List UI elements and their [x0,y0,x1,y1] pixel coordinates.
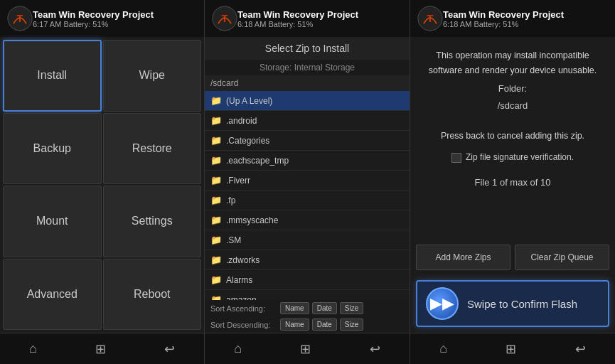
folder-icon: 📁 [210,255,222,265]
folder-icon: 📁 [210,175,222,186]
sort-desc-name[interactable]: Name [280,318,309,331]
list-item[interactable]: 📁 .Categories [205,131,410,151]
left-header-info: Team Win Recovery Project 6:17 AM Batter… [33,9,154,28]
swipe-label: Swipe to Confirm Flash [467,298,577,310]
swipe-arrow-icon: ▶▶ [430,294,454,313]
list-item[interactable]: 📁 .fp [205,191,410,210]
select-zip-title: Select Zip to Install [205,37,410,60]
restore-button[interactable]: Restore [103,113,202,185]
middle-app-title: Team Win Recovery Project [237,9,358,20]
middle-header-info: Team Win Recovery Project 6:18 AM Batter… [237,9,358,28]
swipe-confirm-button[interactable]: ▶▶ Swipe to Confirm Flash [416,280,609,327]
left-header: T Team Win Recovery Project 6:17 AM Batt… [0,0,204,37]
back-icon-mid[interactable]: ↩ [364,336,386,363]
sort-asc-name[interactable]: Name [280,302,309,314]
right-bottom-nav: ⌂ ⊞ ↩ [410,333,615,364]
folder-icon: 📁 [210,115,222,126]
folder-icon: 📁 [210,155,222,166]
cancel-hint: Press back to cancel adding this zip. [441,129,584,144]
left-app-title: Team Win Recovery Project [33,9,154,20]
list-item[interactable]: 📁 (Up A Level) [205,91,410,111]
folder-icon: 📁 [210,95,222,106]
left-panel: T Team Win Recovery Project 6:17 AM Batt… [0,0,205,364]
main-grid: Install Wipe Backup Restore Mount Settin… [0,37,204,333]
advanced-button[interactable]: Advanced [3,259,102,331]
path-bar: /sdcard [205,75,410,91]
sort-desc-date[interactable]: Date [312,318,337,331]
right-panel: T Team Win Recovery Project 6:18 AM Batt… [410,0,615,364]
folder-icon: 📁 [210,235,222,245]
middle-header: T Team Win Recovery Project 6:18 AM Batt… [205,0,410,37]
info-section: This operation may install incompatible … [410,37,615,240]
left-status: 6:17 AM Battery: 51% [33,20,154,28]
install-button[interactable]: Install [3,40,102,112]
file-list-wrapper: 📁 (Up A Level) 📁 .android 📁 .Categories … [205,91,410,300]
list-item[interactable]: 📁 amazon [205,290,410,300]
folder-icon: 📁 [210,274,222,285]
file-list[interactable]: 📁 (Up A Level) 📁 .android 📁 .Categories … [205,91,410,300]
backup-button[interactable]: Backup [3,113,102,185]
folder-label: Folder: [498,82,527,97]
left-bottom-nav: ⌂ ⊞ ↩ [0,333,204,364]
sort-desc-size[interactable]: Size [340,318,363,331]
folder-icon: 📁 [210,135,222,146]
sort-asc-date[interactable]: Date [312,302,337,314]
folder-icon: 📁 [210,195,222,205]
add-more-zips-button[interactable]: Add More Zips [416,245,510,270]
right-header: T Team Win Recovery Project 6:18 AM Batt… [410,0,615,37]
file-count: File 1 of max of 10 [475,176,551,191]
list-item[interactable]: 📁 Alarms [205,270,410,290]
sort-asc-size[interactable]: Size [340,302,363,314]
twrp-logo-left: T [7,6,33,31]
right-app-title: Team Win Recovery Project [443,9,564,20]
right-header-info: Team Win Recovery Project 6:18 AM Batter… [443,9,564,28]
mount-button[interactable]: Mount [3,186,102,257]
reboot-button[interactable]: Reboot [103,259,202,331]
folder-path: /sdcard [498,99,528,114]
settings-button[interactable]: Settings [103,186,202,257]
info-line1: This operation may install incompatible [436,48,589,63]
home-icon-mid[interactable]: ⌂ [228,336,247,362]
sort-descending-label: Sort Descending: [210,321,274,329]
home-icon-right[interactable]: ⌂ [434,336,453,362]
menu-icon-mid[interactable]: ⊞ [294,336,316,363]
storage-bar: Storage: Internal Storage [205,60,410,75]
right-status: 6:18 AM Battery: 51% [443,20,564,28]
signature-checkbox-row: Zip file signature verification. [451,151,574,164]
action-buttons-row: Add More Zips Clear Zip Queue [410,240,615,274]
back-icon[interactable]: ↩ [159,336,181,363]
info-line2: software and render your device unusable… [429,63,597,78]
back-icon-right[interactable]: ↩ [569,336,592,363]
list-item[interactable]: 📁 .eachscape_tmp [205,151,410,171]
sort-ascending-label: Sort Ascending: [210,304,274,313]
folder-icon: 📁 [210,294,222,300]
folder-icon: 📁 [210,215,222,225]
middle-bottom-nav: ⌂ ⊞ ↩ [205,333,410,364]
twrp-logo-right: T [417,6,443,31]
signature-label: Zip file signature verification. [466,151,574,164]
twrp-logo-middle: T [212,6,237,31]
list-item[interactable]: 📁 .Fiverr [205,171,410,191]
home-icon[interactable]: ⌂ [23,336,43,362]
list-item[interactable]: 📁 .zdworks [205,250,410,270]
middle-status: 6:18 AM Battery: 51% [237,20,358,28]
list-item[interactable]: 📁 .SM [205,230,410,250]
menu-icon-right[interactable]: ⊞ [500,336,522,363]
wipe-button[interactable]: Wipe [103,40,202,112]
list-item[interactable]: 📁 .mmsyscache [205,210,410,230]
swipe-circle-icon: ▶▶ [426,287,459,320]
sort-descending-row: Sort Descending: Name Date Size [205,316,410,333]
menu-icon[interactable]: ⊞ [90,336,112,363]
swipe-row: ▶▶ Swipe to Confirm Flash [410,274,615,333]
middle-panel: T Team Win Recovery Project 6:18 AM Batt… [205,0,410,364]
sort-ascending-row: Sort Ascending: Name Date Size [205,300,410,316]
list-item[interactable]: 📁 .android [205,111,410,131]
clear-zip-queue-button[interactable]: Clear Zip Queue [515,245,609,270]
signature-checkbox[interactable] [451,153,461,163]
